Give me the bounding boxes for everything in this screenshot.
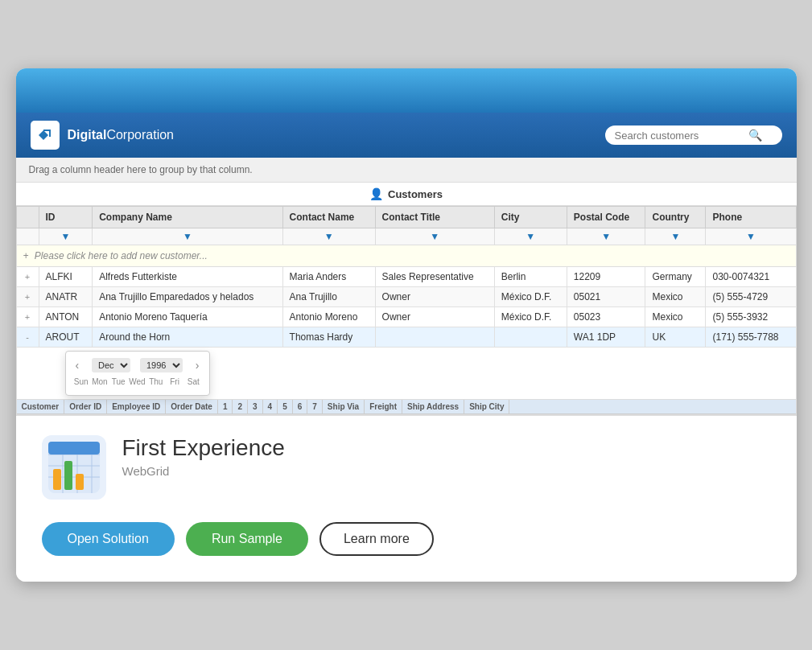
add-plus-icon: + xyxy=(23,250,29,261)
filter-icon-postal: ▼ xyxy=(601,231,611,242)
learn-more-button[interactable]: Learn more xyxy=(319,522,434,556)
cell-contact: Maria Anders xyxy=(282,267,375,287)
sub-col-header[interactable]: 3 xyxy=(248,400,263,413)
col-postal[interactable]: Postal Code xyxy=(567,207,645,228)
cell-title: Owner xyxy=(375,287,494,307)
expand-btn[interactable]: + xyxy=(25,312,30,322)
cal-month-select[interactable]: Dec xyxy=(92,358,130,372)
cell-phone: (5) 555-4729 xyxy=(706,287,796,307)
table-row: + ALFKI Alfreds Futterkiste Maria Anders… xyxy=(16,267,796,287)
sub-col-header[interactable]: Ship Via xyxy=(323,400,365,413)
filter-id[interactable]: ▼ xyxy=(39,228,93,245)
col-id[interactable]: ID xyxy=(39,207,93,228)
filter-icon-id: ▼ xyxy=(60,231,70,242)
sub-col-header[interactable]: Ship Address xyxy=(402,400,464,413)
logo-svg xyxy=(35,125,55,145)
cell-phone: (171) 555-7788 xyxy=(706,327,796,348)
cal-day-name: Sat xyxy=(184,377,202,386)
bottom-section: First Experience WebGrid Open Solution R… xyxy=(16,416,797,582)
filter-title[interactable]: ▼ xyxy=(375,228,494,245)
filter-icon-company: ▼ xyxy=(183,231,192,242)
cell-postal: 12209 xyxy=(567,267,645,287)
sub-col-header[interactable]: Order ID xyxy=(64,400,107,413)
search-input[interactable] xyxy=(615,130,744,142)
col-phone[interactable]: Phone xyxy=(706,207,796,228)
calendar-row: ‹ Dec 1996 › SunMonTueWedThuFriSat xyxy=(16,348,796,400)
app-header: DigitalCorporation 🔍 xyxy=(16,113,797,158)
open-solution-button[interactable]: Open Solution xyxy=(42,522,175,556)
sub-col-header[interactable]: Freight xyxy=(365,400,402,413)
filter-expand-cell xyxy=(16,228,39,245)
cell-postal: 05023 xyxy=(567,307,645,327)
filter-postal[interactable]: ▼ xyxy=(567,228,645,245)
sub-col-header[interactable]: Customer xyxy=(17,400,65,413)
cal-next-btn[interactable]: › xyxy=(192,359,203,372)
table-body: + ALFKI Alfreds Futterkiste Maria Anders… xyxy=(16,267,796,415)
table-row: + ANATR Ana Trujillo Emparedados y helad… xyxy=(16,287,796,307)
run-sample-button[interactable]: Run Sample xyxy=(186,522,308,556)
table-row: + ANTON Antonio Moreno Taquería Antonio … xyxy=(16,307,796,327)
sub-col-header[interactable]: 5 xyxy=(278,400,293,413)
cell-city: Berlin xyxy=(494,267,567,287)
svg-rect-8 xyxy=(53,469,61,490)
filter-icon-city: ▼ xyxy=(526,231,535,242)
filter-company[interactable]: ▼ xyxy=(93,228,282,245)
add-row[interactable]: + Please click here to add new customer.… xyxy=(16,245,796,267)
sub-col-header[interactable]: Employee ID xyxy=(107,400,166,413)
customers-title: Customers xyxy=(388,188,443,200)
cell-company: Antonio Moreno Taquería xyxy=(93,307,282,327)
col-title[interactable]: Contact Title xyxy=(375,207,494,228)
cal-day-name: Thu xyxy=(147,377,165,386)
sub-col-header[interactable]: 2 xyxy=(233,400,248,413)
logo-area: DigitalCorporation xyxy=(31,121,605,150)
cell-title xyxy=(375,327,494,348)
col-contact[interactable]: Contact Name xyxy=(282,207,375,228)
sub-col-header[interactable]: 6 xyxy=(293,400,308,413)
filter-contact[interactable]: ▼ xyxy=(282,228,375,245)
sub-col-header[interactable]: Order Date xyxy=(166,400,218,413)
sub-col-header[interactable]: 1 xyxy=(218,400,233,413)
expand-btn[interactable]: - xyxy=(26,332,29,342)
sub-table-header: CustomerOrder IDEmployee IDOrder Date123… xyxy=(17,400,796,414)
cell-company: Ana Trujillo Emparedados y helados xyxy=(93,287,282,307)
cell-title: Owner xyxy=(375,307,494,327)
add-row-text: Please click here to add new customer... xyxy=(35,250,208,261)
expand-btn[interactable]: + xyxy=(25,272,30,282)
grid-container: Drag a column header here to group by th… xyxy=(16,158,797,416)
sub-col-header[interactable]: 7 xyxy=(307,400,323,413)
customers-title-row: 👤 Customers xyxy=(16,183,797,206)
col-company[interactable]: Company Name xyxy=(93,207,282,228)
cell-contact: Antonio Moreno xyxy=(282,307,375,327)
cell-id: ALFKI xyxy=(39,267,93,287)
cell-city xyxy=(494,327,567,348)
cal-prev-btn[interactable]: ‹ xyxy=(72,359,83,372)
svg-rect-7 xyxy=(48,442,100,455)
expand-btn[interactable]: + xyxy=(25,292,30,302)
app-text-info: First Experience WebGrid xyxy=(122,435,285,478)
cell-country: UK xyxy=(645,327,706,348)
cal-day-name: Fri xyxy=(166,377,183,386)
cell-contact: Ana Trujillo xyxy=(282,287,375,307)
sub-col-header[interactable]: Ship City xyxy=(464,400,509,413)
cal-year-select[interactable]: 1996 xyxy=(140,358,183,372)
data-table: ID Company Name Contact Name Contact Tit… xyxy=(16,206,797,415)
cal-day-name: Mon xyxy=(91,377,109,386)
search-box[interactable]: 🔍 xyxy=(605,125,782,145)
filter-country[interactable]: ▼ xyxy=(645,228,706,245)
table-row: - AROUT Around the Horn Thomas Hardy WA1… xyxy=(16,327,796,348)
col-country[interactable]: Country xyxy=(645,207,706,228)
add-row-cell[interactable]: + Please click here to add new customer.… xyxy=(16,245,796,267)
cell-id: AROUT xyxy=(39,327,93,348)
filter-city[interactable]: ▼ xyxy=(494,228,567,245)
app-icon-svg xyxy=(45,438,103,496)
col-city[interactable]: City xyxy=(494,207,567,228)
cal-day-name: Wed xyxy=(128,377,146,386)
sub-table-row: CustomerOrder IDEmployee IDOrder Date123… xyxy=(16,400,796,415)
cell-id: ANATR xyxy=(39,287,93,307)
main-card: DigitalCorporation 🔍 Drag a column heade… xyxy=(16,68,797,582)
cell-company: Around the Horn xyxy=(93,327,282,348)
filter-phone[interactable]: ▼ xyxy=(706,228,796,245)
sub-col-header[interactable]: 4 xyxy=(263,400,278,413)
svg-rect-9 xyxy=(64,461,72,490)
cell-phone: 030-0074321 xyxy=(706,267,796,287)
